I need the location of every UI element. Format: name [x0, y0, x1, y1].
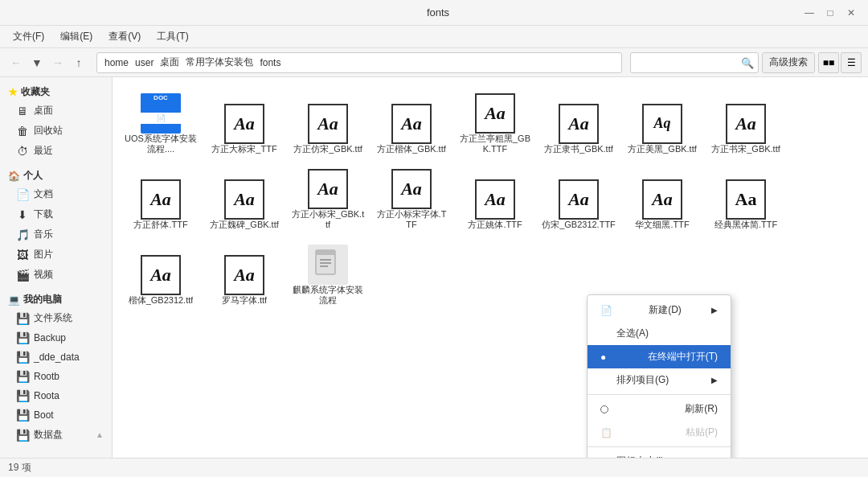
font-icon: Aa	[308, 169, 348, 209]
file-label: 方正隶书_GBK.ttf	[544, 144, 613, 154]
list-item[interactable]: Aa 方正姚体.TTF	[455, 161, 535, 233]
window-title: fonts	[74, 6, 802, 19]
file-label: 经典黑体简.TTF	[714, 220, 777, 230]
ctx-refresh[interactable]: 刷新(R)	[588, 397, 731, 421]
breadcrumb-fonts-pkg[interactable]: 常用字体安装包	[183, 56, 256, 69]
desktop-icon: 🖥	[16, 105, 29, 117]
maximize-button[interactable]: □	[823, 6, 837, 20]
filesystem-icon: 💾	[16, 312, 29, 325]
menu-view[interactable]: 查看(V)	[102, 28, 147, 45]
nav-up-button[interactable]: ↑	[69, 53, 88, 72]
sidebar-item-roota[interactable]: 💾 Roota	[0, 386, 112, 405]
sidebar-item-datastore[interactable]: 💾 数据盘 ▲	[0, 425, 112, 445]
breadcrumb-bar: home user 桌面 常用字体安装包 fonts	[96, 52, 622, 73]
svg-rect-1	[316, 250, 335, 255]
advanced-search-button[interactable]: 高级搜索	[762, 52, 815, 73]
font-icon: Aa	[559, 104, 599, 144]
list-item[interactable]: Aa 方正小标宋_GBK.ttf	[288, 161, 368, 233]
nav-dropdown-button[interactable]: ▼	[27, 53, 47, 72]
dde-data-icon: 💾	[16, 351, 29, 364]
nav-back-button[interactable]: ←	[6, 53, 26, 72]
list-item[interactable]: Aa 方正仿宋_GBK.ttf	[288, 85, 368, 158]
menu-tools[interactable]: 工具(T)	[150, 28, 194, 45]
ctx-select-all[interactable]: 全选(A)	[588, 322, 731, 345]
font-icon: Aa	[391, 104, 432, 144]
triangle-icon: ▲	[96, 430, 104, 439]
sidebar-item-pictures[interactable]: 🖼 图片	[0, 245, 112, 265]
list-view-button[interactable]: ☰	[841, 52, 862, 73]
ctx-sort[interactable]: 排列项目(G) ▶	[588, 368, 731, 392]
font-icon: Aa	[308, 104, 348, 144]
roota-icon: 💾	[16, 389, 29, 402]
list-item[interactable]: Aa 方正兰亭粗黑_GBK.TTF	[455, 85, 535, 158]
file-label: 方正书宋_GBK.ttf	[711, 144, 780, 154]
sidebar-item-docs[interactable]: 📄 文档	[0, 184, 112, 204]
breadcrumb-user[interactable]: user	[133, 57, 156, 68]
sidebar-item-downloads[interactable]: ⬇ 下载	[0, 204, 112, 224]
menubar: 文件(F) 编辑(E) 查看(V) 工具(T)	[0, 26, 868, 48]
sidebar-item-backup[interactable]: 💾 Backup	[0, 328, 112, 347]
list-item[interactable]: Aa 华文细黑.TTF	[622, 161, 702, 233]
font-icon: Aa	[475, 179, 515, 220]
search-area: 🔍 高级搜索 ■■ ☰	[630, 52, 862, 73]
file-label: 方正仿宋_GBK.ttf	[293, 144, 362, 154]
list-item[interactable]: DOC 📄 UOS系统字体安装流程....	[121, 85, 201, 158]
close-button[interactable]: ✕	[844, 6, 858, 20]
file-label: 方正小标宋_GBK.ttf	[291, 209, 365, 230]
search-icon: 🔍	[741, 56, 754, 68]
statusbar: 19 项	[0, 458, 868, 477]
sidebar-item-boot[interactable]: 💾 Boot	[0, 405, 112, 425]
sidebar-item-music[interactable]: 🎵 音乐	[0, 224, 112, 245]
breadcrumb-home[interactable]: home	[102, 57, 131, 68]
ctx-separator-1	[588, 394, 731, 395]
grid-view-button[interactable]: ■■	[818, 52, 839, 73]
file-label: 华文细黑.TTF	[635, 220, 689, 230]
sidebar-item-recent[interactable]: ⏱ 最近	[0, 141, 112, 161]
list-item[interactable]: Aa 楷体_GB2312.ttf	[121, 236, 201, 309]
item-count: 19 项	[8, 461, 31, 475]
ctx-icon-size[interactable]: 图标大小(I) ▶	[588, 450, 731, 458]
file-label: 方正美黑_GBK.ttf	[628, 144, 697, 154]
titlebar: fonts — □ ✕	[0, 0, 868, 26]
list-item[interactable]: Aa 方正魏碑_GBK.ttf	[204, 161, 285, 233]
ctx-new-icon: 📄	[600, 305, 612, 316]
sidebar-item-dde-data[interactable]: 💾 _dde_data	[0, 347, 112, 367]
list-item[interactable]: Aa 方正隶书_GBK.ttf	[538, 85, 619, 158]
sidebar-item-rootb[interactable]: 💾 Rootb	[0, 367, 112, 386]
list-item[interactable]: Aq 方正美黑_GBK.ttf	[622, 85, 702, 158]
menu-file[interactable]: 文件(F)	[6, 28, 51, 45]
search-input[interactable]	[630, 52, 759, 73]
file-label: 方正小标宋字体.TTF	[375, 209, 448, 230]
ctx-terminal-icon: ●	[600, 352, 606, 363]
file-label: 仿宋_GB2312.TTF	[542, 220, 616, 230]
breadcrumb-fonts[interactable]: fonts	[257, 57, 283, 68]
ctx-new[interactable]: 📄 新建(D) ▶	[588, 298, 731, 322]
file-label: 罗马字体.ttf	[222, 295, 267, 306]
breadcrumb-desktop[interactable]: 桌面	[158, 56, 182, 69]
list-item[interactable]: Aa 罗马字体.ttf	[204, 236, 285, 309]
sidebar: ★ 收藏夹 🖥 桌面 🗑 回收站 ⏱ 最近 🏠 个人 📄 文档 ⬇ 下载	[0, 77, 113, 458]
list-item[interactable]: 麒麟系统字体安装流程	[288, 236, 368, 309]
list-item[interactable]: Aa 经典黑体简.TTF	[706, 161, 786, 233]
ctx-open-terminal[interactable]: ● 在终端中打开(T)	[588, 345, 731, 368]
file-area: DOC 📄 UOS系统字体安装流程.... Aa 方正大标宋_TTF Aa 方正…	[113, 77, 868, 458]
list-item[interactable]: Aa 仿宋_GB2312.TTF	[538, 161, 619, 233]
list-item[interactable]: Aa 方正大标宋_TTF	[204, 85, 285, 158]
font-icon: Aa	[726, 104, 766, 144]
minimize-button[interactable]: —	[802, 6, 817, 20]
sidebar-item-desktop[interactable]: 🖥 桌面	[0, 101, 112, 121]
sidebar-item-filesystem[interactable]: 💾 文件系统	[0, 308, 112, 328]
list-item[interactable]: Aa 方正舒体.TTF	[121, 161, 201, 233]
list-item[interactable]: Aa 方正楷体_GBK.ttf	[371, 85, 452, 158]
downloads-icon: ⬇	[16, 208, 29, 221]
music-icon: 🎵	[16, 228, 29, 241]
menu-edit[interactable]: 编辑(E)	[54, 28, 99, 45]
ctx-arrow-icon: ▶	[711, 306, 718, 315]
font-icon: Aa	[642, 179, 682, 220]
file-label: 方正大标宋_TTF	[211, 144, 276, 154]
nav-forward-button[interactable]: →	[48, 53, 68, 72]
sidebar-item-videos[interactable]: 🎬 视频	[0, 265, 112, 285]
sidebar-item-trash[interactable]: 🗑 回收站	[0, 121, 112, 141]
list-item[interactable]: Aa 方正书宋_GBK.ttf	[706, 85, 786, 158]
list-item[interactable]: Aa 方正小标宋字体.TTF	[371, 161, 452, 233]
